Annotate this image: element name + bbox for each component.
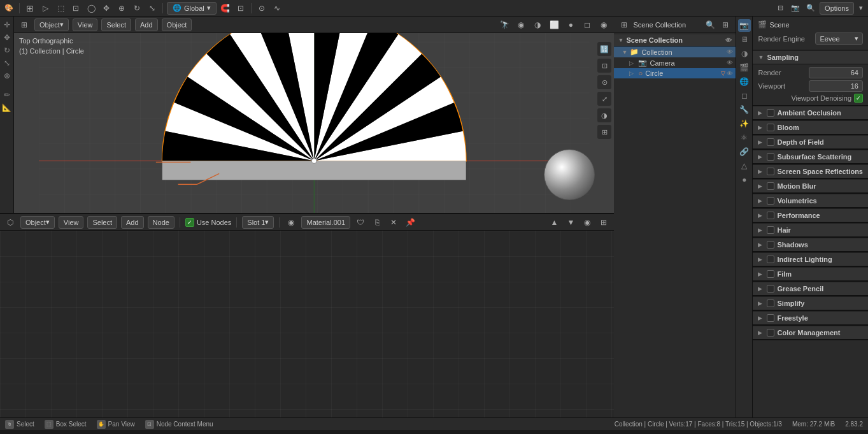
section-header-14[interactable]: ▶ Freestyle <box>753 311 868 325</box>
modifier-props-icon[interactable]: 🔧 <box>738 103 751 116</box>
transform-icon[interactable]: ✥ <box>100 2 113 15</box>
section-header-3[interactable]: ▶ Subsurface Scattering <box>753 150 868 164</box>
section-header-7[interactable]: ▶ Performance <box>753 208 868 222</box>
shield-icon[interactable]: 🛡 <box>354 216 367 229</box>
viewport-render-icon[interactable]: ⬜ <box>548 18 560 31</box>
outliner-collection-item[interactable]: ▼ 📁 Collection 👁 <box>614 47 736 57</box>
viewport-zoom-fit-icon[interactable]: ⤢ <box>597 92 611 106</box>
node-nav-down[interactable]: ▼ <box>564 216 577 229</box>
copy-icon[interactable]: ⎘ <box>371 216 383 229</box>
data-props-icon[interactable]: △ <box>738 159 751 172</box>
proportional-edit-icon[interactable]: ⊙ <box>255 2 268 15</box>
viewport-view-btn[interactable]: View <box>73 18 98 31</box>
section-header-5[interactable]: ▶ Motion Blur <box>753 179 868 193</box>
section-header-13[interactable]: ▶ Simplify <box>753 296 868 310</box>
section-header-11[interactable]: ▶ Film <box>753 267 868 281</box>
section-checkbox-0[interactable] <box>767 109 774 117</box>
outliner-filter-icon[interactable]: 🔍 <box>704 18 716 31</box>
scale-icon[interactable]: ⤡ <box>146 2 159 15</box>
node-add-btn[interactable]: Add <box>121 216 144 229</box>
pin-icon[interactable]: 📌 <box>404 216 416 229</box>
section-checkbox-1[interactable] <box>767 124 774 131</box>
section-checkbox-11[interactable] <box>767 270 774 278</box>
transform-tool-icon[interactable]: ⊕ <box>1 70 13 82</box>
material-props-icon[interactable]: ● <box>738 173 751 186</box>
constraints-props-icon[interactable]: 🔗 <box>738 145 751 158</box>
world-props-icon[interactable]: 🌐 <box>738 75 751 88</box>
section-checkbox-8[interactable] <box>767 226 774 234</box>
outliner-options-icon[interactable]: ⊞ <box>719 18 732 31</box>
section-header-1[interactable]: ▶ Bloom <box>753 120 868 134</box>
move-tool-icon[interactable]: ✥ <box>1 32 13 43</box>
section-header-6[interactable]: ▶ Volumetrics <box>753 194 868 208</box>
outliner-circle-item[interactable]: ▷ ○ Circle ▽ 👁 <box>614 68 736 78</box>
outliner-editor-type-icon[interactable]: ⊞ <box>618 18 630 31</box>
viewport-material-icon[interactable]: ● <box>564 18 577 31</box>
section-header-12[interactable]: ▶ Grease Pencil <box>753 282 868 296</box>
section-checkbox-14[interactable] <box>767 314 774 322</box>
section-header-2[interactable]: ▶ Depth of Field <box>753 135 868 149</box>
node-canvas[interactable]: ▼ Texture Coordinate Generated Normal <box>0 231 614 417</box>
section-checkbox-4[interactable] <box>767 168 774 175</box>
section-checkbox-5[interactable] <box>767 182 774 190</box>
vp-denoising-checkbox[interactable]: ✓ <box>854 94 863 103</box>
node-extra-icon[interactable]: ⊞ <box>597 216 610 229</box>
box-select-icon[interactable]: ⬚ <box>54 2 67 15</box>
search-icon[interactable]: 🔍 <box>804 2 817 15</box>
viewport-solid-icon[interactable]: ◉ <box>597 18 610 31</box>
cursor-tool-icon[interactable]: ✛ <box>1 19 13 31</box>
section-checkbox-10[interactable] <box>767 256 774 263</box>
section-header-8[interactable]: ▶ Hair <box>753 223 868 237</box>
view-layer-props-icon[interactable]: ◑ <box>738 47 751 60</box>
blender-logo-icon[interactable]: 🎨 <box>3 2 15 15</box>
physics-props-icon[interactable]: ⚛ <box>738 131 751 144</box>
outliner-camera-item[interactable]: ▷ 📷 Camera 👁 <box>614 57 736 68</box>
section-header-10[interactable]: ▶ Indirect Lighting <box>753 252 868 266</box>
object-props-icon[interactable]: ◻ <box>738 89 751 102</box>
node-select-btn[interactable]: Select <box>87 216 117 229</box>
measure-icon[interactable]: 📐 <box>1 102 13 113</box>
snap-options-icon[interactable]: ⊡ <box>234 2 247 15</box>
node-overlay-icon[interactable]: ◉ <box>581 216 594 229</box>
snap-magnet-icon[interactable]: 🧲 <box>219 2 232 15</box>
scale-tool-icon[interactable]: ⤡ <box>1 57 13 69</box>
viewport-extra-icon[interactable]: ⊞ <box>597 125 611 139</box>
rotate-tool-icon[interactable]: ↻ <box>1 45 13 56</box>
slot-dropdown[interactable]: Slot 1 ▾ <box>242 216 274 229</box>
node-object-dropdown[interactable]: Object ▾ <box>20 216 55 229</box>
section-header-0[interactable]: ▶ Ambient Occlusion <box>753 106 868 120</box>
viewport-gizmo-icon[interactable]: 🔭 <box>498 18 511 31</box>
viewport-shading-icon[interactable]: ◑ <box>531 18 544 31</box>
curve-icon[interactable]: ∿ <box>271 2 283 15</box>
render-props-icon[interactable]: 📷 <box>738 19 751 32</box>
circle-select-icon[interactable]: ◯ <box>85 2 97 15</box>
node-node-btn[interactable]: Node <box>148 216 174 229</box>
use-nodes-toggle[interactable]: ✓ Use Nodes <box>185 218 231 227</box>
section-checkbox-9[interactable] <box>767 241 774 249</box>
section-checkbox-7[interactable] <box>767 212 774 219</box>
grab-icon[interactable]: ⊕ <box>115 2 128 15</box>
rotate-icon[interactable]: ↻ <box>131 2 143 15</box>
viewport-render-preview-icon[interactable]: ◑ <box>597 108 611 122</box>
editor-type-icon[interactable]: ⊞ <box>24 2 36 15</box>
section-checkbox-3[interactable] <box>767 153 774 161</box>
section-checkbox-12[interactable] <box>767 285 774 293</box>
section-checkbox-15[interactable] <box>767 329 774 336</box>
lasso-icon[interactable]: ⊡ <box>69 2 82 15</box>
node-editor-type-icon[interactable]: ⬡ <box>4 216 17 229</box>
viewport-wire-icon[interactable]: ◻ <box>581 18 594 31</box>
section-checkbox-13[interactable] <box>767 300 774 307</box>
output-props-icon[interactable]: 🖥 <box>738 33 751 46</box>
section-checkbox-2[interactable] <box>767 138 774 146</box>
material-sphere-icon[interactable]: ◉ <box>285 216 297 229</box>
viewport-select-btn[interactable]: Select <box>101 18 131 31</box>
viewport-nav-icon[interactable]: 🔢 <box>597 42 611 56</box>
viewport-overlay-icon[interactable]: ◉ <box>515 18 527 31</box>
render-samples-val[interactable]: 64 <box>809 67 863 78</box>
node-view-btn[interactable]: View <box>59 216 84 229</box>
render-engine-dropdown[interactable]: Eevee ▾ <box>815 33 863 45</box>
viewport-canvas[interactable]: ⊞ Object ▾ View Select Add Object 🔭 ◉ ◑ … <box>14 17 614 213</box>
material-name-btn[interactable]: Material.001 <box>301 216 350 229</box>
section-header-9[interactable]: ▶ Shadows <box>753 238 868 252</box>
section-header-4[interactable]: ▶ Screen Space Reflections <box>753 164 868 178</box>
